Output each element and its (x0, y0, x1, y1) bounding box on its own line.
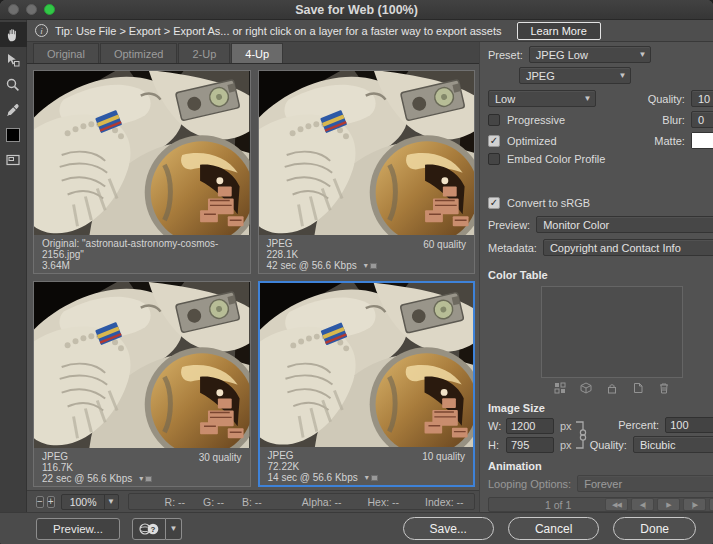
color-table-box (541, 286, 683, 378)
tip-bar: i Tip: Use File > Export > Export As... … (27, 20, 713, 42)
save-button[interactable]: Save... (403, 517, 494, 540)
tab-optimized[interactable]: Optimized (100, 43, 178, 63)
preview-image-jpeg-30[interactable] (34, 282, 250, 448)
metadata-select[interactable]: Copyright and Contact Info▼ (543, 239, 713, 256)
caption-jpeg-10: JPEG 72.22K 14 sec @ 56.6 Kbps ▾ 10 qual… (260, 447, 474, 485)
quality-label: Quality: (648, 93, 685, 105)
last-frame-icon: ▶▶ (709, 498, 713, 511)
looping-options-select: Forever▼ (577, 475, 713, 492)
close-window-icon[interactable] (8, 4, 19, 15)
window-controls (8, 0, 55, 19)
delete-color-icon[interactable] (658, 382, 670, 394)
preview-image-jpeg-10[interactable] (260, 283, 474, 447)
download-time-label: 42 sec @ 56.6 Kbps (267, 260, 357, 271)
blur-select[interactable]: 0▼ (691, 111, 713, 128)
convert-to-srgb-label: Convert to sRGB (507, 197, 590, 209)
eyedropper-color-swatch[interactable] (0, 122, 27, 147)
download-speed-menu-icon[interactable]: ▾ (364, 260, 377, 271)
index-value: -- (457, 496, 464, 508)
footer-bar: Preview... ? ▼ Save... Cancel Done (0, 512, 713, 544)
width-unit: px (560, 420, 572, 432)
tab-4up[interactable]: 4-Up (231, 43, 283, 63)
convert-to-srgb-checkbox[interactable] (488, 197, 500, 209)
settings-panel: Preset: JPEG Low▼ ▾ JPEG▼ Low▼ (479, 42, 713, 512)
window-title: Save for Web (100%) (295, 3, 418, 17)
metadata-label: Metadata: (488, 242, 537, 254)
zoom-in-button[interactable]: + (47, 496, 55, 508)
browser-select-combo[interactable]: ? ▼ (132, 518, 182, 540)
download-speed-menu-icon[interactable]: ▾ (139, 473, 152, 484)
toggle-slices-icon[interactable] (0, 147, 27, 172)
blur-label: Blur: (662, 114, 685, 126)
learn-more-button[interactable]: Learn More (517, 22, 601, 40)
frame-counter: 1 of 1 (545, 499, 571, 511)
zoom-window-icon[interactable] (44, 4, 55, 15)
filesize-label: 116.7K (42, 462, 152, 473)
progressive-checkbox[interactable] (488, 114, 500, 126)
height-unit: px (560, 439, 572, 451)
percent-input[interactable] (665, 417, 713, 433)
original-filesize: 3.64M (42, 260, 242, 271)
preset-select[interactable]: JPEG Low▼ (529, 46, 651, 63)
color-table-title: Color Table (488, 269, 548, 281)
preview-pane-jpeg-10-selected[interactable]: JPEG 72.22K 14 sec @ 56.6 Kbps ▾ 10 qual… (258, 281, 476, 487)
original-filename: Original: "astronaut-astronomy-cosmos-21… (42, 238, 242, 260)
tip-text: Tip: Use File > Export > Export As... or… (55, 25, 502, 37)
play-icon: ▶ (657, 498, 680, 511)
hand-tool[interactable] (0, 22, 27, 47)
matte-select[interactable]: ▼ (691, 132, 713, 149)
embed-color-profile-label: Embed Color Profile (507, 153, 605, 165)
color-table-actions (488, 382, 713, 394)
preview-pane-jpeg-30[interactable]: JPEG 116.7K 22 sec @ 56.6 Kbps ▾ 30 qual… (33, 281, 251, 487)
tool-strip (0, 20, 27, 512)
preview-pane-original[interactable]: Original: "astronaut-astronomy-cosmos-21… (33, 70, 251, 274)
download-time-label: 14 sec @ 56.6 Kbps (268, 472, 358, 483)
embed-color-profile-checkbox[interactable] (488, 153, 500, 165)
quality-select[interactable]: 10▼ (691, 90, 713, 107)
resample-quality-label: Quality: (590, 439, 627, 451)
web-shift-icon[interactable] (580, 382, 592, 394)
filesize-label: 228.1K (267, 249, 377, 260)
tab-2up[interactable]: 2-Up (178, 43, 230, 63)
progressive-label: Progressive (507, 114, 565, 126)
done-button[interactable]: Done (613, 517, 696, 540)
dither-transparency-icon[interactable] (554, 382, 566, 394)
chevron-down-icon[interactable]: ▼ (166, 518, 182, 540)
b-value: -- (255, 496, 262, 508)
preview-image-jpeg-60[interactable] (259, 71, 475, 235)
preview-image-original[interactable] (34, 71, 250, 235)
format-select[interactable]: JPEG▼ (519, 67, 631, 84)
status-bar: − + 100% ▼ R: -- G: -- B: -- Alpha: -- H… (27, 490, 479, 512)
matte-label: Matte: (654, 135, 685, 147)
color-readouts: R: -- G: -- B: -- Alpha: -- Hex: -- Inde… (128, 493, 475, 510)
format-label: JPEG (267, 238, 377, 249)
tab-original[interactable]: Original (33, 43, 99, 63)
resample-quality-select[interactable]: Bicubic▼ (633, 436, 713, 453)
info-icon: i (35, 24, 48, 37)
slice-select-tool[interactable] (0, 47, 27, 72)
preview-color-select[interactable]: Monitor Color▼ (536, 216, 713, 233)
zoom-tool[interactable] (0, 72, 27, 97)
alpha-value: -- (335, 496, 342, 508)
zoom-level-select[interactable]: 100% ▼ (61, 494, 119, 510)
chevron-down-icon: ▼ (580, 91, 595, 106)
image-size-title: Image Size (488, 402, 545, 414)
eyedropper-tool[interactable] (0, 97, 27, 122)
compression-quality-select[interactable]: Low▼ (488, 90, 596, 107)
default-browser-icon[interactable]: ? (132, 518, 166, 540)
animation-frame-bar: 1 of 1 ◀◀ ◀| ▶ |▶ ▶▶ (488, 497, 713, 512)
format-label: JPEG (42, 451, 152, 462)
preview-in-browser-button[interactable]: Preview... (36, 518, 120, 540)
preview-pane-jpeg-60[interactable]: JPEG 228.1K 42 sec @ 56.6 Kbps ▾ 60 qual… (258, 70, 476, 274)
minimize-window-icon[interactable] (26, 4, 37, 15)
playback-controls: ◀◀ ◀| ▶ |▶ ▶▶ (605, 498, 713, 511)
zoom-out-button[interactable]: − (36, 496, 44, 508)
height-input[interactable] (506, 437, 554, 453)
new-color-icon[interactable] (632, 382, 644, 394)
optimized-checkbox[interactable] (488, 135, 500, 147)
cancel-button[interactable]: Cancel (508, 517, 599, 540)
link-dimensions-icon[interactable] (574, 418, 588, 452)
lock-color-icon[interactable] (606, 382, 618, 394)
download-speed-menu-icon[interactable]: ▾ (365, 472, 378, 483)
width-input[interactable] (506, 418, 554, 434)
